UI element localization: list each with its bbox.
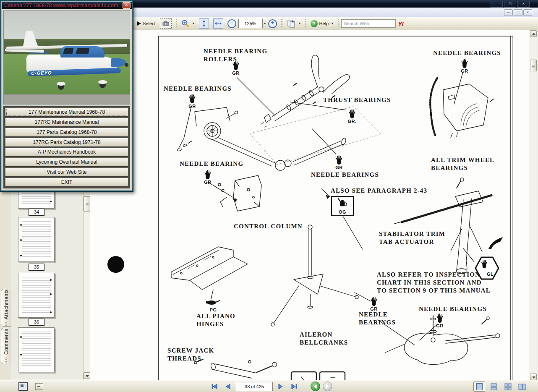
diagram-label: ALSO SEE PARAGRAPH 2-43 — [331, 187, 427, 195]
menu-button-exit[interactable]: EXIT — [5, 178, 128, 187]
fit-height-button[interactable] — [197, 18, 211, 29]
grease-hand-marker: GR — [230, 60, 241, 76]
single-page-view-button[interactable] — [473, 382, 485, 392]
first-page-button[interactable] — [209, 382, 220, 391]
select-tool-button[interactable]: Select — [135, 18, 158, 29]
forward-arrow-icon — [326, 384, 329, 389]
minimize-icon[interactable]: — — [491, 1, 503, 8]
hand-icon — [347, 108, 357, 119]
grease-hand-marker: GR — [459, 58, 470, 73]
page-thumbnail-35[interactable] — [18, 217, 55, 262]
chevron-down-icon[interactable] — [331, 23, 334, 24]
close-icon[interactable]: × — [123, 2, 131, 9]
last-page-icon — [290, 383, 298, 390]
diagram-label: CONTROL COLUMN — [234, 222, 303, 230]
screen-mode-icon[interactable] — [18, 382, 28, 391]
toolbar-grip — [176, 19, 177, 28]
scroll-down-icon[interactable] — [530, 374, 537, 380]
tab-comments[interactable]: Comments — [1, 328, 11, 364]
single-page-icon — [476, 383, 483, 390]
document-scrollbar[interactable] — [530, 30, 538, 380]
tab-attachments[interactable]: Attachments — [1, 289, 11, 327]
grease-hand-marker: GR — [368, 296, 379, 311]
status-bar — [0, 380, 538, 392]
diagram-label: NEEDLE BEARINGS — [359, 311, 396, 327]
window-mode-icon[interactable] — [35, 383, 43, 390]
previous-view-button[interactable] — [311, 382, 320, 391]
fit-width-icon — [213, 18, 223, 29]
scrollbar-thumb[interactable] — [530, 60, 537, 71]
yahoo-button[interactable]: Y! — [396, 18, 405, 29]
page-number-input[interactable] — [236, 382, 273, 391]
zoom-in-button[interactable]: + — [266, 18, 279, 29]
continuous-facing-view-button[interactable] — [502, 382, 514, 392]
popup-title: Cessna 177 1968-78 www.repairmanuals4u.c… — [4, 3, 118, 8]
grease-hand-marker: GR — [187, 93, 198, 109]
page-thumbnail-37[interactable] — [18, 327, 55, 372]
fit-width-button[interactable] — [211, 18, 225, 29]
tab-attachments-label: Attachments — [3, 289, 9, 319]
next-page-button[interactable] — [275, 382, 286, 391]
application-window: — □ × — □ × Select — [0, 0, 538, 392]
chevron-down-icon[interactable] — [192, 23, 195, 24]
toolbar-grip — [305, 19, 306, 28]
diagram-label: NEEDLE BEARINGS — [433, 49, 501, 57]
page-display-button[interactable] — [285, 18, 303, 29]
page-number-label[interactable]: 34 — [29, 209, 44, 216]
scrollbar-thumb[interactable] — [84, 196, 90, 212]
menu-button-177-parts[interactable]: 177 Parts Catalog 1968-78 — [5, 128, 128, 137]
doc-close-icon[interactable]: × — [523, 9, 532, 16]
oil-can-icon — [206, 299, 221, 306]
previous-page-button[interactable] — [222, 382, 233, 391]
page-number-label[interactable]: 35 — [29, 264, 44, 271]
zoom-out-button[interactable]: – — [225, 18, 238, 29]
restore-icon[interactable]: □ — [504, 1, 516, 8]
chevron-down-icon[interactable] — [298, 23, 301, 24]
grease-hand-marker: GR — [334, 154, 345, 170]
diagram-label: NEEDLE BEARINGS — [311, 171, 379, 179]
continuous-facing-icon — [504, 383, 512, 390]
manual-diagram-art — [90, 30, 530, 380]
tab-grip — [5, 322, 7, 326]
scroll-down-icon[interactable] — [84, 372, 90, 379]
page-number-label[interactable]: 36 — [29, 319, 44, 326]
menu-button-ap-handbook[interactable]: A-P Mechanics Handbook — [5, 148, 128, 157]
zoom-chevron-down-icon[interactable] — [264, 23, 266, 24]
menu-button-lycoming-overhaul[interactable]: Lycoming Overhaul Manual — [5, 157, 128, 167]
next-view-button[interactable] — [323, 382, 332, 391]
help-button[interactable]: ? Help — [308, 18, 336, 29]
continuous-pages-icon — [491, 383, 497, 390]
next-page-icon — [278, 383, 284, 390]
zoom-tool-button[interactable] — [179, 18, 197, 29]
close-icon[interactable]: × — [517, 1, 530, 8]
page-thumbnail-36[interactable] — [18, 273, 55, 318]
oil-can-icon — [337, 197, 348, 208]
search-web-input[interactable] — [341, 19, 396, 28]
back-arrow-icon — [314, 384, 317, 389]
snapshot-tool-button[interactable] — [158, 18, 174, 29]
menu-button-website[interactable]: Visit our Web Site — [5, 167, 128, 177]
continuous-view-button[interactable] — [488, 382, 499, 392]
scroll-up-icon[interactable] — [530, 30, 537, 37]
doc-minimize-icon[interactable]: — — [504, 9, 513, 16]
facing-view-button[interactable] — [516, 382, 528, 392]
page-layout-controls — [473, 382, 528, 392]
menu-button-177rg-maintenance[interactable]: 177RG Maintenance Manual — [5, 118, 128, 127]
page-navigation — [209, 382, 332, 391]
oil-symbol-box: OG — [331, 196, 354, 216]
help-icon: ? — [311, 20, 318, 27]
last-page-button[interactable] — [289, 382, 300, 391]
menu-button-177rg-parts[interactable]: 177RG Parts Catalog 1971-78 — [5, 138, 128, 147]
diagram-label: ALL TRIM WHEEL BEARINGS — [431, 156, 494, 172]
zoom-out-icon: – — [227, 19, 236, 28]
popup-menu: 177 Maintenance Manual 1968-78 177RG Mai… — [3, 106, 130, 188]
tab-grip — [5, 358, 7, 363]
zoom-level-input[interactable] — [238, 19, 263, 28]
menu-button-177-maintenance[interactable]: 177 Maintenance Manual 1968-78 — [5, 107, 128, 117]
diagram-label: ALL PIANO HINGES — [196, 312, 235, 328]
popup-titlebar[interactable]: Cessna 177 1968-78 www.repairmanuals4u.c… — [2, 2, 132, 9]
hand-icon — [460, 58, 469, 68]
diagram-label: NEEDLE BEARING — [180, 160, 243, 168]
doc-restore-icon[interactable]: □ — [514, 9, 522, 16]
hand-icon — [188, 93, 197, 104]
